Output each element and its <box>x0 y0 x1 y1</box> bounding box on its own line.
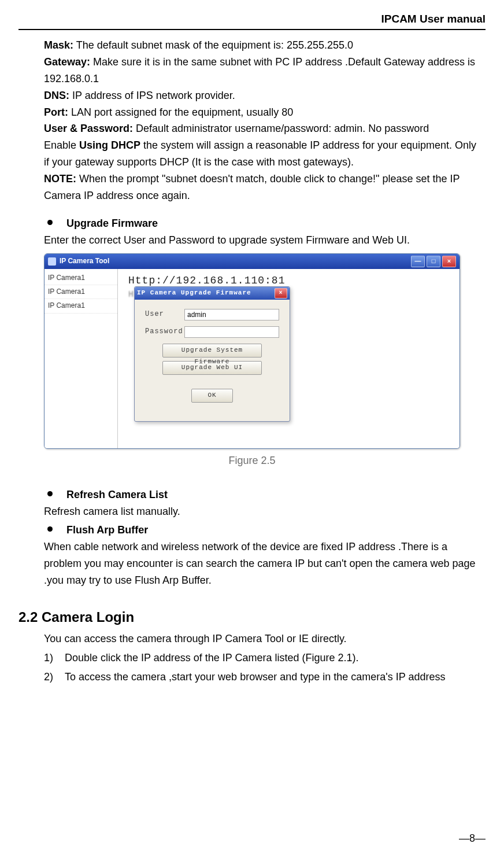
upgrade-text: Enter the correct User and Password to u… <box>44 232 480 249</box>
user-label: User <box>145 309 184 320</box>
password-label: Password <box>145 326 184 337</box>
item-number: 2) <box>44 669 65 686</box>
user-field[interactable] <box>184 309 279 320</box>
ip-camera-tool-window: IP Camera Tool — □ × IP Camera1 IP Camer… <box>44 253 460 449</box>
camera-list: IP Camera1 IP Camera1 IP Camera1 <box>45 269 118 448</box>
refresh-text: Refresh camera list manually. <box>44 503 480 520</box>
mask-label: Mask: <box>44 39 73 51</box>
bullet-refresh-camera-list: Refresh Camera List <box>44 487 480 503</box>
item-number: 1) <box>44 650 65 666</box>
dialog-close-button[interactable]: × <box>275 288 287 298</box>
port-text: LAN port assigned for the equipment, usu… <box>68 106 293 118</box>
upgrade-system-firmware-button[interactable]: Upgrade System Firmware <box>162 344 262 358</box>
item-text: To access the camera ,start your web bro… <box>65 669 445 686</box>
flush-heading: Flush Arp Buffer <box>66 522 148 539</box>
port-label: Port: <box>44 106 68 118</box>
bullet-icon <box>47 526 53 532</box>
gateway-text: Make sure it is in the same subnet with … <box>44 56 475 84</box>
section-2-2-heading: 2.2 Camera Login <box>18 606 486 628</box>
bullet-icon <box>47 491 53 496</box>
figure-caption: Figure 2.5 <box>44 452 460 469</box>
upgrade-web-ui-button[interactable]: Upgrade Web UI <box>162 361 262 375</box>
definitions-block: Mask: The default subnet mask of the equ… <box>44 37 480 204</box>
upgrade-heading: Upgrade Firmware <box>66 215 158 232</box>
figure-2-5: IP Camera Tool — □ × IP Camera1 IP Camer… <box>44 253 460 469</box>
minimize-button[interactable]: — <box>411 256 425 267</box>
bullet-icon <box>47 220 53 225</box>
numbered-item-2: 2) To access the camera ,start your web … <box>44 669 486 686</box>
refresh-heading: Refresh Camera List <box>66 487 168 503</box>
upgrade-firmware-dialog: IP Camera Upgrade Firmware × User Passwo… <box>134 286 290 422</box>
list-item[interactable]: IP Camera1 <box>45 299 117 313</box>
item-text: Double click the IP address of the IP Ca… <box>65 650 359 666</box>
section-2-2-intro: You can access the camera through IP Cam… <box>44 631 486 647</box>
flush-text: When cable network and wireless network … <box>44 539 480 588</box>
dns-text: IP address of IPS network provider. <box>69 90 235 101</box>
tool-titlebar: IP Camera Tool — □ × <box>45 254 459 269</box>
bullet-upgrade-firmware: Upgrade Firmware <box>44 215 480 232</box>
tool-title: IP Camera Tool <box>60 256 109 267</box>
maximize-button[interactable]: □ <box>427 256 440 267</box>
userpass-label: User & Password: <box>44 123 133 134</box>
url-pane: Http://192.168.1.110:81 Http://192.168.1… <box>118 269 459 448</box>
bullet-flush-arp-buffer: Flush Arp Buffer <box>44 522 480 539</box>
page-header-title: IPCAM User manual <box>18 10 486 28</box>
password-field[interactable] <box>184 326 279 338</box>
page-number: —8— <box>459 830 486 847</box>
dialog-title: IP Camera Upgrade Firmware <box>137 288 251 298</box>
userpass-text: Default administrator username/password:… <box>133 123 429 134</box>
numbered-item-1: 1) Double click the IP address of the IP… <box>44 650 486 666</box>
enable-pre: Enable <box>44 139 79 151</box>
note-text: When the prompt "subnet doesn't match, d… <box>44 173 459 201</box>
list-item[interactable]: IP Camera1 <box>45 285 117 299</box>
header-divider <box>18 29 486 30</box>
enable-bold: Using DHCP <box>79 139 140 151</box>
dns-label: DNS: <box>44 90 69 101</box>
app-icon <box>48 257 56 266</box>
mask-text: The default subnet mask of the equipment… <box>73 39 353 51</box>
list-item[interactable]: IP Camera1 <box>45 271 117 285</box>
note-label: NOTE: <box>44 173 76 185</box>
close-button[interactable]: × <box>442 256 456 267</box>
gateway-label: Gateway: <box>44 56 90 68</box>
ok-button[interactable]: OK <box>191 389 233 403</box>
